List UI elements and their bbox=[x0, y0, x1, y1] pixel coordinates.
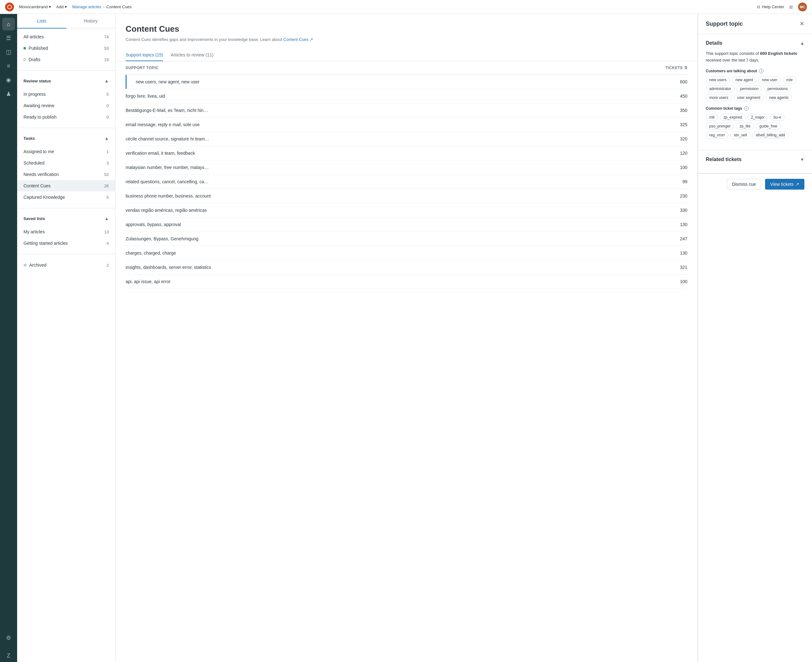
review-status-header[interactable]: Review status ▲ bbox=[17, 73, 115, 86]
tickets-count: 100 bbox=[656, 165, 687, 170]
tab-articles-to-review[interactable]: Articles to review (11) bbox=[170, 49, 214, 61]
avatar[interactable]: MC bbox=[798, 3, 807, 11]
my-articles-item[interactable]: My articles 13 bbox=[17, 226, 115, 238]
drafts-item[interactable]: Drafts 19 bbox=[17, 54, 115, 65]
details-chevron: ▲ bbox=[800, 40, 804, 46]
breadcrumb: Manage articles › Content Cues bbox=[72, 5, 132, 9]
content-cues-item[interactable]: Content Cues 26 bbox=[17, 180, 115, 191]
topic-text: new users, new agent, new user bbox=[136, 79, 656, 84]
sidebar-icon-home[interactable]: ⌂ bbox=[2, 18, 15, 31]
close-button[interactable]: ✕ bbox=[800, 20, 804, 27]
related-tickets-header[interactable]: Related tickets ▼ bbox=[706, 157, 804, 162]
topic-text: Zulassungen, Bypass, Genehmigung bbox=[125, 236, 656, 241]
table-row[interactable]: Zulassungen, Bypass, Genehmigung 247 bbox=[125, 232, 687, 246]
details-description: This support topic consists of 600 Engli… bbox=[706, 50, 804, 64]
tickets-count: 130 bbox=[656, 251, 687, 255]
table-row[interactable]: insights, dashboards, server error, stat… bbox=[125, 260, 687, 275]
ticket-tags: m6zp_expired2_majorbu-epso_prengerzp_lit… bbox=[706, 114, 804, 138]
table-row[interactable]: malaysian number, free number, malays… 1… bbox=[125, 161, 687, 175]
tickets-count: 100 bbox=[656, 279, 687, 284]
dismiss-cue-button[interactable]: Dismiss cue bbox=[727, 179, 761, 190]
right-panel-header: Support topic ✕ bbox=[698, 14, 812, 34]
tab-history[interactable]: History bbox=[66, 14, 116, 29]
add-menu[interactable]: Add ▾ bbox=[56, 5, 67, 9]
all-articles-item[interactable]: All articles 74 bbox=[17, 31, 115, 42]
in-progress-item[interactable]: In progress 5 bbox=[17, 88, 115, 100]
customer-tag: new agents bbox=[766, 94, 792, 101]
topic-text: related questions, cancel, cancelling, c… bbox=[125, 179, 656, 184]
table-row[interactable]: Bestätigungs-E-Mail, es Team, nicht hin…… bbox=[125, 103, 687, 117]
tickets-count: 320 bbox=[656, 137, 687, 141]
header-tickets[interactable]: Tickets ⇅ bbox=[656, 66, 687, 70]
customer-tag: role bbox=[783, 76, 796, 84]
tab-support-topics[interactable]: Support topics (15) bbox=[125, 49, 163, 61]
customer-tag: permission bbox=[736, 85, 762, 92]
table-row[interactable]: approvals, bypass, approval 130 bbox=[125, 217, 687, 232]
sidebar-icon-eye[interactable]: ◉ bbox=[2, 74, 15, 86]
sidebar-icon-list[interactable]: ≡ bbox=[2, 59, 15, 72]
sort-icon: ⇅ bbox=[684, 66, 688, 70]
all-articles-section: All articles 74 Published 53 Drafts 19 bbox=[17, 29, 115, 68]
view-tickets-button[interactable]: View tickets ↗ bbox=[765, 179, 804, 190]
table-row[interactable]: charges, charged, charge 130 bbox=[125, 246, 687, 260]
grid-icon[interactable]: ⊞ bbox=[789, 5, 793, 10]
customer-tag: permissions bbox=[764, 85, 791, 92]
needs-verification-item[interactable]: Needs verification 52 bbox=[17, 169, 115, 180]
sidebar-icon-tickets[interactable]: ◫ bbox=[2, 46, 15, 58]
archived-section: ⊖ Archived 2 bbox=[17, 257, 115, 273]
table-row[interactable]: cécile channel source, signature hi team… bbox=[125, 132, 687, 146]
tasks-chevron: ▲ bbox=[105, 136, 109, 141]
sidebar-icon-articles[interactable]: ☰ bbox=[2, 32, 15, 44]
ready-to-publish-item[interactable]: Ready to publish 0 bbox=[17, 111, 115, 123]
table-row[interactable]: api, api issue, api error 100 bbox=[125, 275, 687, 289]
table-row[interactable]: email message, reply e mail, sole use 32… bbox=[125, 117, 687, 132]
table-row[interactable]: verification email, it team, feedback 12… bbox=[125, 146, 687, 161]
tickets-count: 99 bbox=[656, 179, 687, 184]
ticket-tag: afsell_billing_add bbox=[753, 132, 788, 138]
table-row[interactable]: vendas região américas, região américas … bbox=[125, 203, 687, 217]
table-row[interactable]: related questions, cancel, cancelling, c… bbox=[125, 175, 687, 189]
table-row[interactable]: new users, new agent, new user 600 bbox=[125, 75, 687, 89]
help-center-button[interactable]: ⊙ Help Center bbox=[757, 5, 784, 9]
left-panel: Lists History All articles 74 Published … bbox=[17, 14, 116, 662]
published-item[interactable]: Published 53 bbox=[17, 42, 115, 54]
archived-item[interactable]: ⊖ Archived 2 bbox=[17, 259, 115, 271]
archived-icon: ⊖ bbox=[24, 263, 27, 267]
topic-text: forgo livre, livea, uid bbox=[125, 93, 656, 99]
ticket-tag: pso_prenger bbox=[706, 123, 734, 130]
topic-text: charges, charged, charge bbox=[125, 251, 656, 255]
awaiting-review-item[interactable]: Awaiting review 0 bbox=[17, 100, 115, 111]
scheduled-item[interactable]: Scheduled 3 bbox=[17, 157, 115, 169]
topic-text: malaysian number, free number, malays… bbox=[125, 165, 656, 170]
related-tickets-section: Related tickets ▼ bbox=[698, 150, 812, 174]
getting-started-item[interactable]: Getting started articles 4 bbox=[17, 238, 115, 249]
tab-lists[interactable]: Lists bbox=[17, 14, 66, 29]
tickets-count: 130 bbox=[656, 222, 687, 227]
customers-info-icon[interactable]: i bbox=[759, 69, 764, 73]
content-cues-link[interactable]: Content Cues ↗ bbox=[283, 37, 313, 42]
table-header: Support topic Tickets ⇅ bbox=[125, 61, 687, 75]
topic-text: email message, reply e mail, sole use bbox=[125, 122, 656, 127]
table-row[interactable]: forgo livre, livea, uid 450 bbox=[125, 89, 687, 103]
sidebar-icon-users[interactable]: ♟ bbox=[2, 87, 15, 100]
brand-menu[interactable]: Monocambrand ▾ bbox=[19, 5, 51, 9]
external-link-icon: ↗ bbox=[796, 182, 799, 187]
saved-lists-chevron: ▲ bbox=[105, 216, 109, 221]
app-logo[interactable] bbox=[5, 3, 14, 11]
tasks-header[interactable]: Tasks ▲ bbox=[17, 131, 115, 143]
assigned-to-me-item[interactable]: Assigned to me 1 bbox=[17, 146, 115, 157]
ticket-tags-info-icon[interactable]: i bbox=[744, 106, 749, 111]
table-row[interactable]: business phone number, business, account… bbox=[125, 189, 687, 203]
details-section-header[interactable]: Details ▲ bbox=[706, 40, 804, 46]
captured-knowledge-item[interactable]: Captured Knowledge 5 bbox=[17, 191, 115, 203]
customer-tag: new users bbox=[706, 76, 730, 84]
saved-lists-header[interactable]: Saved lists ▲ bbox=[17, 211, 115, 223]
customer-tag: new user bbox=[758, 76, 781, 84]
breadcrumb-manage-articles[interactable]: Manage articles bbox=[72, 5, 101, 9]
published-dot bbox=[24, 47, 26, 50]
sidebar-icon-zendesk[interactable]: Z bbox=[2, 649, 15, 662]
ticket-tags-label: Common ticket tags i bbox=[706, 106, 804, 111]
customers-label: Customers are talking about i bbox=[706, 69, 804, 73]
sidebar-icon-settings[interactable]: ⚙ bbox=[2, 631, 15, 644]
right-panel-actions: Dismiss cue View tickets ↗ bbox=[698, 174, 812, 194]
